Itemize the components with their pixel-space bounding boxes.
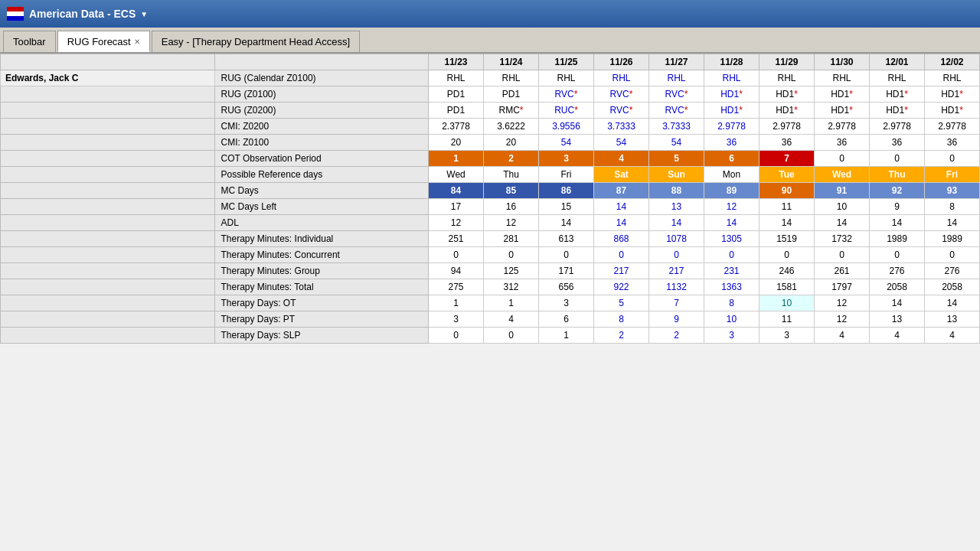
tc-9: 0 xyxy=(925,247,980,263)
mcdays-1: 85 xyxy=(484,183,539,199)
cmi-z0200-5: 2.9778 xyxy=(704,119,760,135)
rug-z0100-0: PD1 xyxy=(429,86,484,103)
tt-4: 1132 xyxy=(649,279,704,295)
date-col-5: 11/28 xyxy=(704,54,760,70)
slp-7: 4 xyxy=(815,328,870,344)
mcdl-4: 13 xyxy=(649,199,704,215)
cmi-z0100-7: 36 xyxy=(815,135,870,151)
table-container[interactable]: 11/23 11/24 11/25 11/26 11/27 11/28 11/2… xyxy=(0,54,980,551)
ref-8: Thu xyxy=(870,167,925,183)
mcdl-3: 14 xyxy=(594,199,649,215)
ti-2: 613 xyxy=(539,231,594,247)
ot-0: 1 xyxy=(429,295,484,311)
ti-indent xyxy=(1,231,215,247)
rug-cal-7: RHL xyxy=(815,70,870,86)
cmi-z0200-4: 3.7333 xyxy=(649,119,704,135)
mcdl-9: 8 xyxy=(925,199,980,215)
cot-4: 5 xyxy=(649,151,704,167)
rug-z0200-6: HD1* xyxy=(760,103,815,119)
svg-rect-0 xyxy=(7,7,24,11)
adl-0: 12 xyxy=(429,215,484,231)
cmi-z0200-indent xyxy=(1,119,215,135)
ot-label: Therapy Days: OT xyxy=(214,295,429,311)
rug-calendar-row: Edwards, Jack C RUG (Calendar Z0100) RHL… xyxy=(1,70,980,86)
ti-9: 1989 xyxy=(925,231,980,247)
cmi-z0100-0: 20 xyxy=(429,135,484,151)
date-col-1: 11/24 xyxy=(484,54,539,70)
slp-0: 0 xyxy=(429,328,484,344)
tab-rug-forecast[interactable]: RUG Forecast ✕ xyxy=(57,31,150,52)
ti-7: 1732 xyxy=(815,231,870,247)
adl-4: 14 xyxy=(649,215,704,231)
tg-indent xyxy=(1,263,215,279)
tab-toolbar[interactable]: Toolbar xyxy=(3,31,56,52)
date-col-9: 12/02 xyxy=(925,54,980,70)
ot-7: 12 xyxy=(815,295,870,311)
rug-cal-1: RHL xyxy=(484,70,539,86)
reference-indent xyxy=(1,167,215,183)
therapy-ot-row: Therapy Days: OT 1 1 3 5 7 8 10 12 14 14 xyxy=(1,295,980,311)
ot-4: 7 xyxy=(649,295,704,311)
ref-1: Thu xyxy=(484,167,539,183)
tc-5: 0 xyxy=(704,247,760,263)
rug-z0200-label: RUG (Z0200) xyxy=(214,103,429,119)
slp-9: 4 xyxy=(925,328,980,344)
rug-cal-8: RHL xyxy=(870,70,925,86)
adl-7: 14 xyxy=(815,215,870,231)
adl-6: 14 xyxy=(760,215,815,231)
rug-z0200-row: RUG (Z0200) PD1 RMC* RUC* RVC* RVC* HD1*… xyxy=(1,103,980,119)
date-col-0: 11/23 xyxy=(429,54,484,70)
cmi-z0100-8: 36 xyxy=(870,135,925,151)
tt-indent xyxy=(1,279,215,295)
tg-7: 261 xyxy=(815,263,870,279)
cmi-z0100-2: 54 xyxy=(539,135,594,151)
date-header-row: 11/23 11/24 11/25 11/26 11/27 11/28 11/2… xyxy=(1,54,980,70)
adl-8: 14 xyxy=(870,215,925,231)
rug-z0200-indent xyxy=(1,103,215,119)
rug-forecast-table: 11/23 11/24 11/25 11/26 11/27 11/28 11/2… xyxy=(0,54,980,344)
cmi-z0200-9: 2.9778 xyxy=(925,119,980,135)
cot-9: 0 xyxy=(925,151,980,167)
svg-rect-2 xyxy=(7,16,24,21)
adl-1: 12 xyxy=(484,215,539,231)
corner-empty xyxy=(1,54,215,70)
pt-3: 8 xyxy=(594,311,649,328)
therapy-total-row: Therapy Minutes: Total 275 312 656 922 1… xyxy=(1,279,980,295)
rug-cal-5: RHL xyxy=(704,70,760,86)
tt-5: 1363 xyxy=(704,279,760,295)
pt-4: 9 xyxy=(649,311,704,328)
app-dropdown-arrow[interactable]: ▼ xyxy=(140,10,148,18)
rug-z0100-8: HD1* xyxy=(870,86,925,103)
slp-4: 2 xyxy=(649,328,704,344)
app-title: American Data - ECS xyxy=(29,8,136,20)
tab-easy[interactable]: Easy - [Therapy Department Head Access] xyxy=(152,31,360,52)
tab-rug-forecast-close[interactable]: ✕ xyxy=(134,37,140,46)
adl-2: 14 xyxy=(539,215,594,231)
mcdl-1: 16 xyxy=(484,199,539,215)
adl-5: 14 xyxy=(704,215,760,231)
cmi-z0200-1: 3.6222 xyxy=(484,119,539,135)
cot-5: 6 xyxy=(704,151,760,167)
mcdays-7: 91 xyxy=(815,183,870,199)
tt-7: 1797 xyxy=(815,279,870,295)
tab-easy-label: Easy - [Therapy Department Head Access] xyxy=(162,36,350,47)
date-col-6: 11/29 xyxy=(760,54,815,70)
date-col-7: 11/30 xyxy=(815,54,870,70)
adl-label: ADL xyxy=(214,215,429,231)
mcdays-6: 90 xyxy=(760,183,815,199)
ti-1: 281 xyxy=(484,231,539,247)
cmi-z0100-label: CMI: Z0100 xyxy=(214,135,429,151)
rug-z0200-2: RUC* xyxy=(539,103,594,119)
tc-label: Therapy Minutes: Concurrent xyxy=(214,247,429,263)
pt-7: 12 xyxy=(815,311,870,328)
cmi-z0200-7: 2.9778 xyxy=(815,119,870,135)
therapy-grp-row: Therapy Minutes: Group 94 125 171 217 21… xyxy=(1,263,980,279)
pt-indent xyxy=(1,311,215,328)
therapy-pt-row: Therapy Days: PT 3 4 6 8 9 10 11 12 13 1… xyxy=(1,311,980,328)
title-bar: American Data - ECS ▼ xyxy=(0,0,980,28)
cot-3: 4 xyxy=(594,151,649,167)
patient-name-cell: Edwards, Jack C xyxy=(1,70,215,86)
rug-z0100-7: HD1* xyxy=(815,86,870,103)
mcdays-9: 93 xyxy=(925,183,980,199)
cmi-z0200-row: CMI: Z0200 2.3778 3.6222 3.9556 3.7333 3… xyxy=(1,119,980,135)
